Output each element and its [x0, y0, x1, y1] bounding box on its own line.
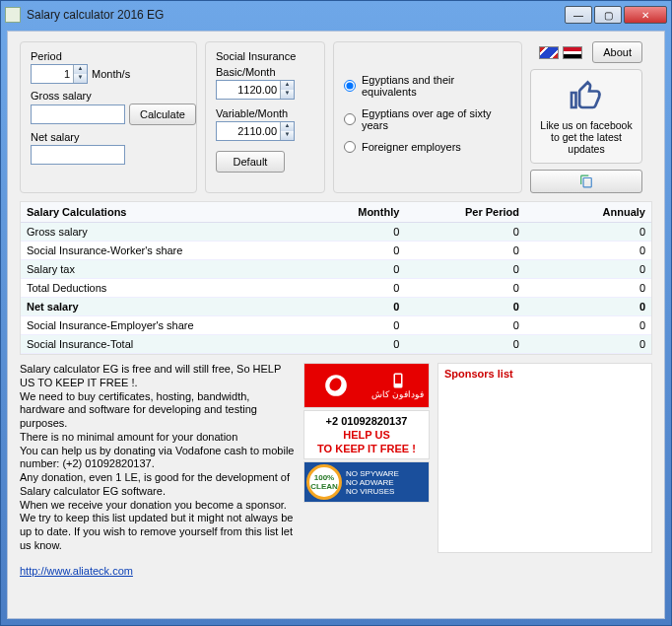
cell-label: Social Insurance-Total: [21, 335, 286, 354]
client-area: Period ▲ ▼ Month/s Gross salary Calculat…: [7, 31, 665, 619]
ad-help2: TO KEEP IT FREE !: [306, 443, 427, 454]
basic-input[interactable]: [217, 81, 280, 99]
cell-annualy: 0: [525, 279, 651, 298]
col-annualy[interactable]: Annualy: [525, 202, 651, 223]
radio-egyptians-label: Egyptians and their equivalents: [362, 74, 511, 98]
cell-perperiod: 0: [405, 316, 525, 335]
app-icon: [5, 7, 21, 23]
facebook-box[interactable]: Like us on facebook to get the latest up…: [530, 69, 642, 164]
period-label: Period: [31, 50, 186, 62]
badge-line: NO VIRUSES: [346, 487, 399, 496]
cell-monthly: 0: [286, 298, 406, 316]
net-input[interactable]: [31, 145, 125, 165]
cell-monthly: 0: [286, 260, 406, 279]
period-spinner[interactable]: ▲ ▼: [31, 64, 88, 84]
basic-spinner[interactable]: ▲▼: [216, 80, 295, 100]
col-label[interactable]: Salary Calculations: [21, 202, 286, 223]
default-button[interactable]: Default: [216, 151, 285, 173]
cell-perperiod: 0: [405, 335, 525, 354]
table-row: Gross salary000: [21, 223, 651, 242]
app-window: Salary calculator 2016 EG — ▢ ✕ Period ▲…: [0, 0, 672, 626]
gross-label: Gross salary: [31, 90, 186, 102]
spin-up-icon[interactable]: ▲: [73, 65, 87, 74]
cell-label: Total Deductions: [21, 279, 286, 298]
cell-annualy: 0: [525, 242, 651, 260]
salary-table: Salary Calculations Monthly Per Period A…: [20, 201, 652, 355]
cell-monthly: 0: [286, 279, 406, 298]
radio-foreigner-label: Foreigner employers: [362, 141, 461, 153]
donate-text: Salary calculator EG is free and will st…: [20, 363, 296, 553]
cell-label: Social Insurance-Worker's share: [21, 242, 286, 260]
copy-icon: [579, 174, 593, 188]
cell-label: Net salary: [21, 298, 286, 316]
social-insurance-group: Social Insurance Basic/Month ▲▼ Variable…: [205, 41, 325, 193]
phone-icon: [389, 372, 407, 389]
cell-label: Salary tax: [21, 260, 286, 279]
col-perperiod[interactable]: Per Period: [405, 202, 525, 223]
spin-down-icon[interactable]: ▼: [73, 74, 87, 83]
gross-input[interactable]: [31, 104, 125, 124]
titlebar[interactable]: Salary calculator 2016 EG — ▢ ✕: [1, 1, 671, 29]
spin-down-icon[interactable]: ▼: [280, 90, 294, 99]
svg-rect-2: [395, 375, 401, 383]
variable-spinner[interactable]: ▲▼: [216, 121, 295, 141]
cell-perperiod: 0: [405, 260, 525, 279]
cell-perperiod: 0: [405, 279, 525, 298]
cell-annualy: 0: [525, 223, 651, 242]
badge-line: NO SPYWARE: [346, 469, 399, 478]
spin-up-icon[interactable]: ▲: [280, 81, 294, 90]
cell-annualy: 0: [525, 316, 651, 335]
clean-badge: 100%CLEAN NO SPYWARE NO ADWARE NO VIRUSE…: [303, 461, 430, 503]
thumbs-up-icon: [567, 78, 606, 113]
website-link[interactable]: http://www.aliateck.com: [20, 565, 133, 577]
radio-foreigner-input[interactable]: [344, 141, 356, 153]
badge-line: NO ADWARE: [346, 478, 399, 487]
radio-egyptians-input[interactable]: [344, 80, 356, 92]
cell-perperiod: 0: [405, 242, 525, 260]
footer-link: http://www.aliateck.com: [20, 561, 652, 577]
col-monthly[interactable]: Monthly: [286, 202, 406, 223]
net-label: Net salary: [31, 131, 186, 143]
period-input[interactable]: [32, 65, 73, 83]
spin-up-icon[interactable]: ▲: [280, 122, 294, 131]
cell-monthly: 0: [286, 316, 406, 335]
cell-annualy: 0: [525, 260, 651, 279]
about-button[interactable]: About: [592, 41, 642, 63]
table-row: Total Deductions000: [21, 279, 651, 298]
radio-foreigner[interactable]: Foreigner employers: [344, 141, 511, 153]
sponsors-title: Sponsors list: [444, 368, 645, 380]
help-us-banner: +2 01092820137 HELP US TO KEEP IT FREE !: [303, 410, 430, 459]
social-title: Social Insurance: [216, 50, 314, 62]
facebook-text: Like us on facebook to get the latest up…: [537, 119, 636, 155]
calculate-button[interactable]: Calculate: [129, 104, 196, 125]
cell-label: Social Insurance-Employer's share: [21, 316, 286, 335]
radio-sixty-label: Egyptians over age of sixty years: [362, 107, 511, 131]
flag-uk-icon[interactable]: [539, 46, 559, 59]
radio-egyptians[interactable]: Egyptians and their equivalents: [344, 74, 511, 98]
basic-label: Basic/Month: [216, 66, 314, 78]
table-row: Social Insurance-Worker's share000: [21, 242, 651, 260]
cell-label: Gross salary: [21, 223, 286, 242]
maximize-button[interactable]: ▢: [594, 6, 622, 24]
vodafone-logo-icon: [304, 364, 367, 407]
spin-down-icon[interactable]: ▼: [280, 131, 294, 140]
table-row: Net salary000: [21, 298, 651, 316]
ad-help1: HELP US: [306, 429, 427, 441]
radio-sixty-input[interactable]: [344, 113, 356, 125]
close-button[interactable]: ✕: [624, 6, 667, 24]
minimize-button[interactable]: —: [565, 6, 592, 24]
variable-input[interactable]: [217, 122, 280, 140]
table-row: Social Insurance-Employer's share000: [21, 316, 651, 335]
cell-monthly: 0: [286, 223, 406, 242]
copy-button[interactable]: [530, 170, 642, 193]
sponsors-panel: Sponsors list: [437, 363, 652, 553]
table-row: Salary tax000: [21, 260, 651, 279]
period-unit: Month/s: [92, 68, 130, 80]
flag-eg-icon[interactable]: [563, 46, 582, 59]
input-group: Period ▲ ▼ Month/s Gross salary Calculat…: [20, 41, 197, 193]
cell-annualy: 0: [525, 298, 651, 316]
ad-stack: فودافون كاش +2 01092820137 HELP US TO KE…: [303, 363, 430, 553]
radio-egyptians-sixty[interactable]: Egyptians over age of sixty years: [344, 107, 511, 131]
cell-monthly: 0: [286, 335, 406, 354]
cell-perperiod: 0: [405, 298, 525, 316]
